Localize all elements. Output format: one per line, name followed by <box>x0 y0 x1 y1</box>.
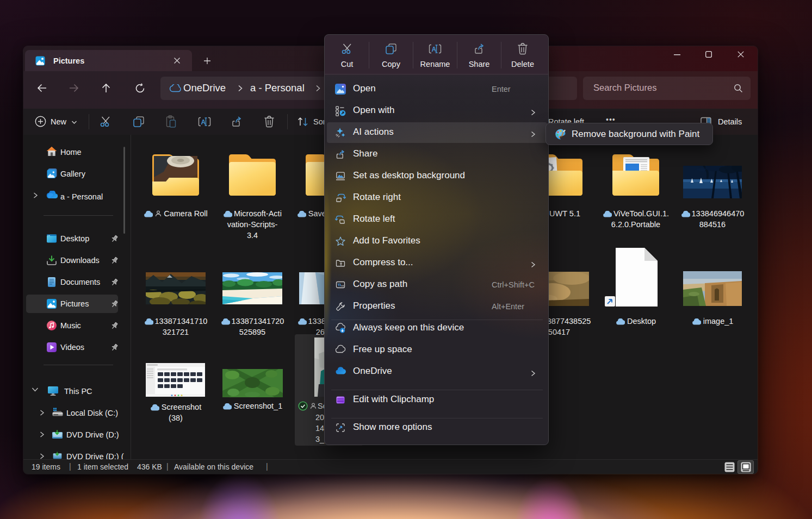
svg-text:A: A <box>432 46 437 53</box>
svg-text:A: A <box>201 118 206 126</box>
